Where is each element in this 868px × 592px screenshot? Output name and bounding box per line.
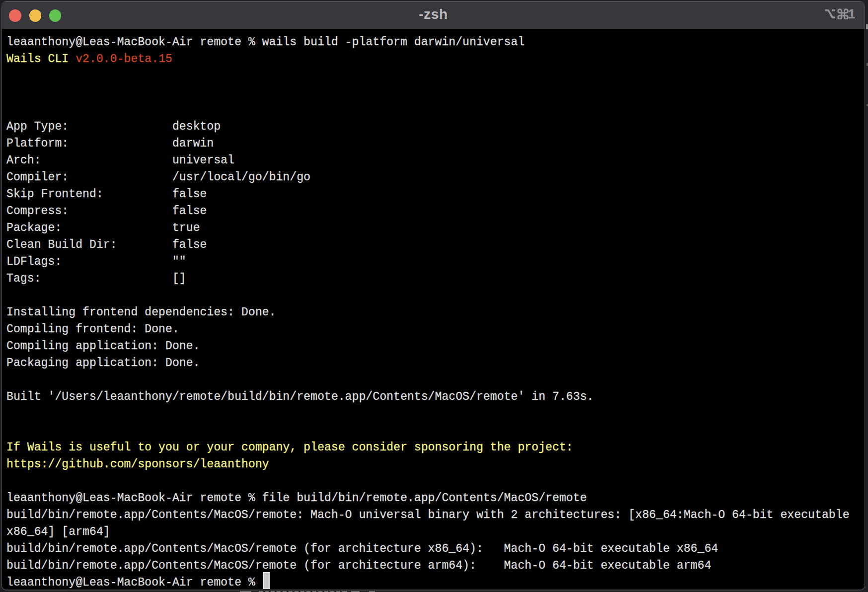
svg-text:1: 1 — [848, 8, 855, 19]
